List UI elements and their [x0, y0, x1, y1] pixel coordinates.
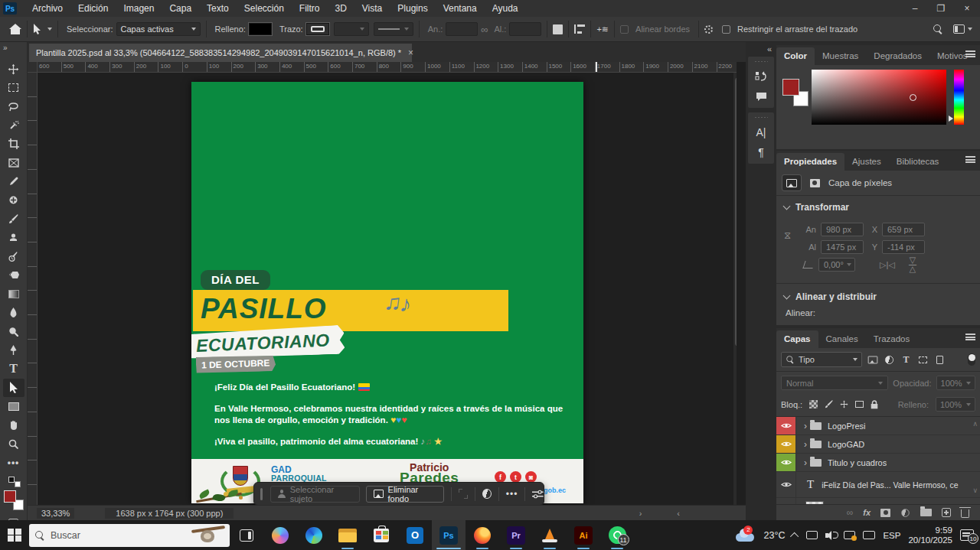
zoom-tool-icon[interactable] [3, 434, 24, 453]
comments-panel-icon[interactable] [748, 86, 774, 106]
task-view-icon[interactable] [230, 520, 263, 550]
remove-background-button[interactable]: Eliminar fondo [366, 486, 445, 503]
path-alignment-icon[interactable] [574, 24, 585, 34]
lock-pixels-icon[interactable] [825, 400, 833, 408]
shape-tool-icon[interactable] [3, 397, 24, 415]
layer-name[interactable]: iFeliz Día del Pas... Valle Hermoso, ce [822, 480, 958, 490]
menu-item[interactable]: Texto [199, 1, 237, 16]
outlook-icon[interactable]: O [398, 520, 432, 550]
eraser-tool-icon[interactable] [3, 266, 24, 285]
stroke-width-dropdown[interactable] [334, 22, 369, 36]
menu-item[interactable]: Vista [354, 1, 390, 16]
temperature[interactable]: 23°C [763, 530, 785, 541]
lock-artboard-icon[interactable] [855, 401, 864, 408]
height-value[interactable]: 1475 px [821, 240, 864, 254]
ruler-origin-corner[interactable] [28, 62, 38, 73]
notifications-icon[interactable]: 10 [960, 529, 974, 541]
pixel-layer-icon[interactable] [782, 175, 801, 190]
tab-degradados[interactable]: Degradados [866, 47, 929, 65]
type-tool-icon[interactable]: T [3, 360, 24, 378]
adjustment-layer-icon[interactable] [900, 508, 910, 518]
vlc-icon[interactable] [533, 520, 567, 550]
properties-sliders-icon[interactable] [532, 490, 544, 499]
edge-icon[interactable] [297, 520, 331, 550]
width-input[interactable] [446, 22, 478, 36]
dodge-tool-icon[interactable] [3, 322, 24, 340]
foreground-color-swatch[interactable] [782, 79, 799, 96]
lock-transparency-icon[interactable] [809, 400, 818, 408]
clone-stamp-tool-icon[interactable] [3, 229, 24, 247]
filter-smart-objects-icon[interactable] [933, 356, 946, 364]
document-info[interactable]: 1638 px x 1764 px (300 ppp) [105, 508, 234, 519]
panel-menu-icon[interactable] [965, 334, 975, 340]
filter-pixel-layers-icon[interactable] [866, 356, 879, 364]
pen-tool-icon[interactable] [3, 341, 24, 360]
hidden-icons-chevron[interactable] [790, 532, 799, 540]
screen-share-icon[interactable] [844, 531, 855, 539]
search-icon[interactable] [933, 24, 942, 34]
more-options-icon[interactable]: ••• [506, 489, 518, 500]
premiere-icon[interactable]: Pr [499, 520, 533, 550]
toolbar-collapse-icon[interactable]: » [0, 42, 27, 54]
tab-canales[interactable]: Canales [818, 330, 866, 348]
visibility-eye-icon[interactable] [776, 435, 796, 453]
visibility-eye-icon[interactable] [776, 417, 796, 434]
photoshop-taskbar-icon[interactable]: Ps [432, 520, 466, 550]
home-icon[interactable] [9, 24, 21, 34]
filter-toggle[interactable] [968, 353, 975, 366]
vertical-scrollbar[interactable] [733, 73, 737, 505]
link-dimensions-icon[interactable]: ∞ [481, 24, 488, 35]
gear-icon[interactable] [704, 25, 713, 34]
clock[interactable]: 9:59 20/10/2025 [908, 526, 952, 545]
lock-position-icon[interactable] [840, 400, 848, 408]
add-mask-icon[interactable] [880, 509, 890, 517]
height-input[interactable] [509, 22, 541, 36]
restore-button[interactable]: ❐ [928, 0, 954, 17]
expand-group-icon[interactable]: › [804, 439, 807, 450]
tab-muestras[interactable]: Muestras [815, 47, 866, 65]
firefox-icon[interactable] [466, 520, 499, 550]
menu-item[interactable]: 3D [327, 1, 354, 16]
layer-name[interactable]: LogoGAD [828, 440, 864, 449]
select-mode-dropdown[interactable]: Capas activas [116, 22, 201, 36]
history-panel-icon[interactable] [748, 67, 774, 86]
volume-icon[interactable] [825, 531, 836, 540]
transform-icon[interactable] [459, 489, 468, 499]
canvas-area[interactable]: DÍA DEL PASILLO ♫♪ ECUATORIANO 1 DE OCTU… [38, 73, 737, 505]
rotation-value[interactable]: 0,00° [818, 258, 855, 272]
tab-color[interactable]: Color [776, 47, 815, 65]
gradient-tool-icon[interactable] [3, 285, 24, 303]
color-field[interactable] [812, 70, 946, 125]
align-section-header[interactable]: Alinear y distribuir [776, 285, 980, 307]
move-tool-icon[interactable] [3, 60, 24, 78]
document-canvas[interactable]: DÍA DEL PASILLO ♫♪ ECUATORIANO 1 DE OCTU… [191, 82, 583, 503]
layer-name[interactable]: LogoPresi [828, 421, 866, 431]
eyedropper-tool-icon[interactable] [3, 172, 24, 190]
stroke-swatch[interactable] [306, 23, 329, 35]
tab-propiedades[interactable]: Propiedades [776, 153, 844, 171]
expand-group-icon[interactable]: › [804, 421, 807, 431]
x-value[interactable]: 659 px [882, 223, 925, 236]
horizontal-scroll-arrows[interactable]: ›‹ [639, 509, 715, 518]
crop-tool-icon[interactable] [3, 135, 24, 153]
flip-horizontal-icon[interactable]: ▷|◁ [880, 260, 895, 270]
color-swatches[interactable] [782, 79, 808, 106]
align-edges-checkbox[interactable]: Alinear bordes [620, 24, 693, 34]
more-tools-icon[interactable]: ••• [3, 454, 24, 472]
language-indicator[interactable]: ESP [883, 531, 900, 540]
flip-vertical-icon[interactable]: ▷|◁ [908, 257, 918, 272]
layer-styles-icon[interactable]: fx [863, 508, 871, 517]
layer-filter-dropdown[interactable]: Tipo [781, 352, 862, 367]
stroke-type-dropdown[interactable] [374, 22, 413, 36]
menu-item[interactable]: Filtro [292, 1, 328, 16]
copilot-icon[interactable] [263, 520, 297, 550]
layer-row-titulo[interactable]: › Titulo y cuadros [776, 454, 980, 472]
lasso-tool-icon[interactable] [3, 97, 24, 116]
taskbar-drag-handle[interactable] [260, 488, 263, 500]
default-colors-icon[interactable] [8, 477, 21, 487]
tab-capas[interactable]: Capas [776, 330, 818, 348]
marquee-tool-icon[interactable] [3, 79, 24, 97]
layer-row-logogad[interactable]: › LogoGAD [776, 435, 980, 454]
panel-scroll-down[interactable]: ∨ [972, 487, 978, 494]
menu-item[interactable]: Imagen [116, 1, 162, 16]
